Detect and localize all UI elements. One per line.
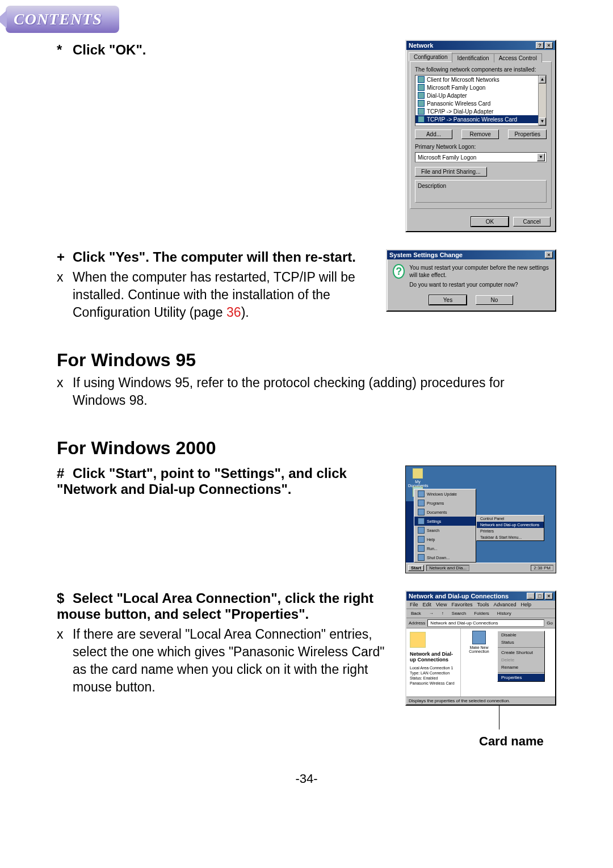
taskbar-task[interactable]: Network and Dia... bbox=[426, 565, 469, 571]
component-item: Client for Microsoft Networks bbox=[415, 76, 546, 83]
folders-button[interactable]: Folders bbox=[472, 610, 492, 617]
add-button[interactable]: Add... bbox=[415, 129, 452, 139]
ssc-title: System Settings Change bbox=[389, 251, 545, 258]
components-listbox[interactable]: Client for Microsoft Networks Microsoft … bbox=[415, 75, 547, 126]
folder-icon bbox=[410, 632, 426, 648]
scroll-up-icon[interactable]: ▲ bbox=[539, 76, 546, 83]
connection-make-new[interactable]: Make New Connection bbox=[463, 631, 495, 653]
search-icon bbox=[418, 527, 425, 534]
programs-icon bbox=[418, 500, 425, 506]
network-dialog-title: Network bbox=[409, 42, 536, 49]
help-button[interactable]: ? bbox=[536, 42, 544, 49]
ndc-statusbar: Displays the properties of the selected … bbox=[406, 697, 555, 705]
heading-windows-2000: For Windows 2000 bbox=[57, 438, 556, 459]
shutdown-icon bbox=[418, 554, 425, 561]
component-item: Dial-Up Adapter bbox=[415, 91, 546, 99]
ctx-rename[interactable]: Rename bbox=[498, 664, 544, 671]
scroll-down-icon[interactable]: ▼ bbox=[539, 118, 546, 125]
remove-button[interactable]: Remove bbox=[461, 129, 499, 139]
contents-badge[interactable]: CONTENTS bbox=[6, 6, 119, 33]
network-dialog: Network ? × Configuration Identification… bbox=[405, 40, 556, 232]
minimize-button[interactable]: _ bbox=[527, 593, 535, 599]
ctx-status[interactable]: Status bbox=[498, 639, 544, 646]
address-label: Address bbox=[409, 620, 425, 626]
listbox-scrollbar[interactable]: ▲ ▼ bbox=[538, 76, 546, 125]
close-button[interactable]: × bbox=[545, 42, 553, 49]
ok-button[interactable]: OK bbox=[471, 217, 509, 227]
component-item: TCP/IP -> Dial-Up Adapter bbox=[415, 107, 546, 115]
ndc-toolbar[interactable]: Back → ↑ Search Folders History bbox=[406, 609, 555, 618]
contents-label: CONTENTS bbox=[14, 10, 102, 28]
submenu-item: Printers bbox=[477, 528, 544, 534]
ctx-properties[interactable]: Properties bbox=[498, 674, 544, 681]
back-button[interactable]: Back bbox=[409, 610, 423, 617]
ctx-disable[interactable]: Disable bbox=[498, 631, 544, 639]
ndc-icon-area[interactable]: Make New Connection Local Area Connectio… bbox=[461, 628, 555, 697]
menu-tools[interactable]: Tools bbox=[477, 602, 489, 607]
windows-update-icon bbox=[418, 490, 425, 497]
heading-windows-95: For Windows 95 bbox=[57, 350, 556, 371]
marker-hash: # bbox=[57, 466, 73, 481]
network-tabs: Configuration Identification Access Cont… bbox=[406, 50, 555, 61]
documents-icon bbox=[418, 509, 425, 515]
chevron-down-icon[interactable]: ▼ bbox=[537, 153, 545, 161]
yes-button[interactable]: Yes bbox=[429, 295, 467, 305]
start-menu[interactable]: Windows Update Programs Documents Settin… bbox=[414, 489, 476, 563]
ndc-left-kv: Status: Enabled bbox=[410, 676, 457, 680]
page-number: -34- bbox=[57, 771, 556, 786]
ssc-message: You must restart your computer before th… bbox=[409, 264, 549, 288]
ndc-addressbar[interactable]: Address Network and Dial-up Connections … bbox=[406, 618, 555, 628]
ctx-delete: Delete bbox=[498, 656, 544, 664]
menu-edit[interactable]: Edit bbox=[423, 602, 432, 607]
make-new-connection-icon bbox=[472, 631, 486, 644]
network-dialog-titlebar: Network ? × bbox=[406, 41, 555, 50]
start-item: Help bbox=[414, 535, 476, 544]
note-x: x bbox=[65, 626, 73, 643]
up-button[interactable]: ↑ bbox=[439, 610, 446, 617]
maximize-button[interactable]: □ bbox=[536, 593, 544, 599]
cancel-button[interactable]: Cancel bbox=[513, 217, 551, 227]
close-button[interactable]: × bbox=[545, 593, 553, 599]
properties-button[interactable]: Properties bbox=[508, 129, 547, 139]
system-tray-clock: 2:38 PM bbox=[531, 565, 553, 571]
no-button[interactable]: No bbox=[476, 295, 513, 305]
menu-file[interactable]: File bbox=[410, 602, 418, 607]
start-button[interactable]: Start bbox=[408, 565, 424, 571]
start-item-settings: Settings bbox=[414, 517, 476, 526]
taskbar[interactable]: Start Network and Dia... 2:38 PM bbox=[406, 563, 556, 573]
primary-logon-value: Microsoft Family Logon bbox=[418, 154, 476, 161]
file-print-sharing-button[interactable]: File and Print Sharing... bbox=[415, 167, 487, 177]
menu-advanced[interactable]: Advanced bbox=[493, 602, 516, 607]
desktop-icon-my-documents[interactable]: My Documents bbox=[408, 468, 427, 488]
menu-favorites[interactable]: Favorites bbox=[451, 602, 472, 607]
ndc-left-kv: Type: LAN Connection bbox=[410, 671, 457, 675]
go-button[interactable]: Go bbox=[547, 620, 553, 626]
tab-access-control[interactable]: Access Control bbox=[494, 53, 542, 62]
windows-2000-desktop: My Documents My Computer My Network Plac… bbox=[405, 466, 556, 573]
settings-submenu[interactable]: Control Panel Network and Dial-up Connec… bbox=[476, 515, 544, 541]
tab-identification[interactable]: Identification bbox=[452, 53, 494, 62]
step-lac-note: xIf there are several "Local Area Connec… bbox=[65, 626, 394, 696]
context-menu[interactable]: Disable Status Create Shortcut Delete Re… bbox=[497, 631, 545, 682]
start-item: Windows Update bbox=[414, 489, 476, 498]
search-button[interactable]: Search bbox=[450, 610, 468, 617]
ctx-create-shortcut[interactable]: Create Shortcut bbox=[498, 649, 544, 656]
history-button[interactable]: History bbox=[495, 610, 514, 617]
leader-line bbox=[499, 706, 499, 729]
note-x: x bbox=[65, 269, 73, 286]
ndc-title: Network and Dial-up Connections bbox=[409, 593, 527, 599]
tab-configuration[interactable]: Configuration bbox=[409, 52, 452, 61]
forward-button[interactable]: → bbox=[427, 610, 436, 617]
address-field[interactable]: Network and Dial-up Connections bbox=[427, 619, 544, 627]
close-button[interactable]: × bbox=[545, 251, 553, 258]
page-36-link[interactable]: 36 bbox=[226, 305, 241, 320]
component-item: Microsoft Family Logon bbox=[415, 83, 546, 91]
win95-note: xIf using Windows 95, refer to the proto… bbox=[65, 374, 556, 409]
menu-view[interactable]: View bbox=[436, 602, 447, 607]
menu-help[interactable]: Help bbox=[520, 602, 531, 607]
ndc-menubar[interactable]: File Edit View Favorites Tools Advanced … bbox=[406, 601, 555, 609]
note-x: x bbox=[65, 374, 73, 392]
start-item: Run... bbox=[414, 544, 476, 553]
submenu-item-network-dialup: Network and Dial-up Connections bbox=[477, 522, 544, 528]
primary-logon-combo[interactable]: Microsoft Family Logon ▼ bbox=[415, 152, 547, 162]
